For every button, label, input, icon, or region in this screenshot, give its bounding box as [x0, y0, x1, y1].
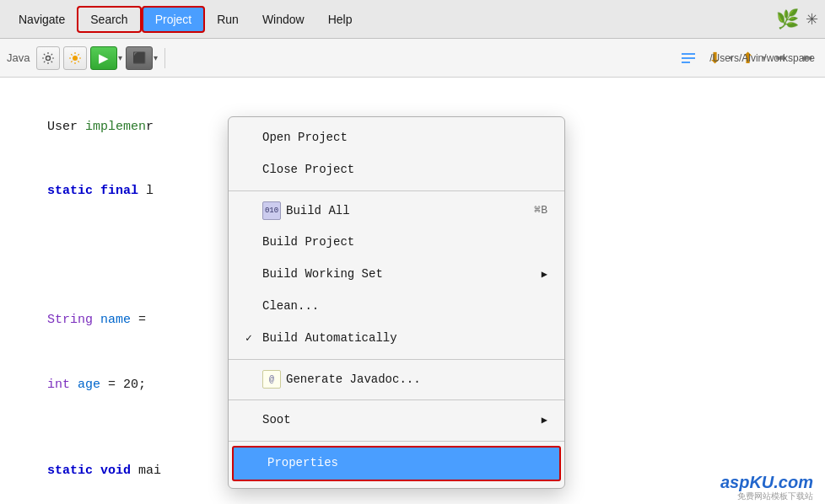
- menu-item-build-working-set[interactable]: Build Working Set ▶: [229, 259, 564, 291]
- menu-item-generate-javadoc[interactable]: @ Generate Javadoc...: [229, 364, 564, 396]
- path-text: /Users/Alvin/workspace: [709, 52, 815, 64]
- toolbar-sun-btn[interactable]: [63, 46, 87, 70]
- menu-help[interactable]: Help: [316, 8, 364, 31]
- javadoc-icon: @: [262, 370, 281, 389]
- svg-point-1: [73, 56, 78, 61]
- toolbar-java-label: Java: [7, 51, 30, 64]
- watermark-ku: KU: [749, 473, 774, 491]
- menu-window[interactable]: Window: [251, 8, 316, 31]
- menu-item-build-project[interactable]: Build Project: [229, 227, 564, 259]
- watermark-subtitle: 免费网站模板下载站: [737, 491, 813, 502]
- toolbar-separator-1: [164, 48, 165, 68]
- menubar: Navigate Search Project Run Window Help …: [0, 0, 825, 39]
- leaf-icon: 🌿: [776, 8, 799, 30]
- menu-item-build-auto[interactable]: ✓ Build Automatically: [229, 323, 564, 355]
- svg-rect-4: [682, 62, 690, 63]
- path-bar: /Users/Alvin/workspace: [709, 39, 825, 78]
- build-all-shortcut: ⌘B: [534, 201, 547, 220]
- bluetooth-icon: ✳: [806, 10, 818, 29]
- build-all-icon: 010: [262, 201, 281, 220]
- menu-item-properties[interactable]: Properties: [232, 446, 561, 481]
- menu-navigate[interactable]: Navigate: [7, 8, 77, 31]
- menu-sep-4: [229, 441, 564, 442]
- code-editor[interactable]: User implemenr static final l = 1L; Stri…: [0, 78, 825, 504]
- menu-item-build-all[interactable]: 010 Build All ⌘B: [229, 196, 564, 228]
- menu-item-open-project[interactable]: Open Project: [229, 122, 564, 154]
- menu-sep-1: [229, 190, 564, 191]
- svg-rect-3: [682, 57, 695, 59]
- stop-dropdown[interactable]: ▾: [154, 53, 158, 62]
- menu-sep-2: [229, 359, 564, 360]
- toolbar-settings-btn[interactable]: [36, 46, 60, 70]
- menu-sep-3: [229, 399, 564, 400]
- soot-submenu-arrow: ▶: [542, 412, 547, 429]
- toolbar-stop-btn[interactable]: ⬛: [126, 46, 153, 70]
- menu-search[interactable]: Search: [77, 6, 141, 33]
- menu-project[interactable]: Project: [142, 6, 206, 33]
- svg-point-0: [46, 56, 51, 60]
- toolbar-run-btn[interactable]: ▶: [90, 46, 117, 70]
- toolbar-nav-bar: [677, 46, 700, 70]
- svg-rect-2: [682, 53, 695, 55]
- menu-item-soot[interactable]: Soot ▶: [229, 405, 564, 437]
- run-dropdown[interactable]: ▾: [118, 53, 122, 62]
- menu-item-clean[interactable]: Clean...: [229, 291, 564, 323]
- submenu-arrow: ▶: [542, 266, 547, 283]
- project-menu: Open Project Close Project 010 Build All…: [228, 116, 565, 489]
- watermark-asp: asp: [720, 473, 749, 491]
- watermark-suffix: .com: [774, 473, 813, 491]
- watermark: aspKU.com: [720, 473, 813, 492]
- build-auto-check: ✓: [245, 330, 262, 348]
- menu-item-close-project[interactable]: Close Project: [229, 154, 564, 186]
- toolbar: Java ▶ ▾ ⬛ ▾ ⬇ ▾ ⬆: [0, 39, 825, 78]
- menu-run[interactable]: Run: [205, 8, 251, 31]
